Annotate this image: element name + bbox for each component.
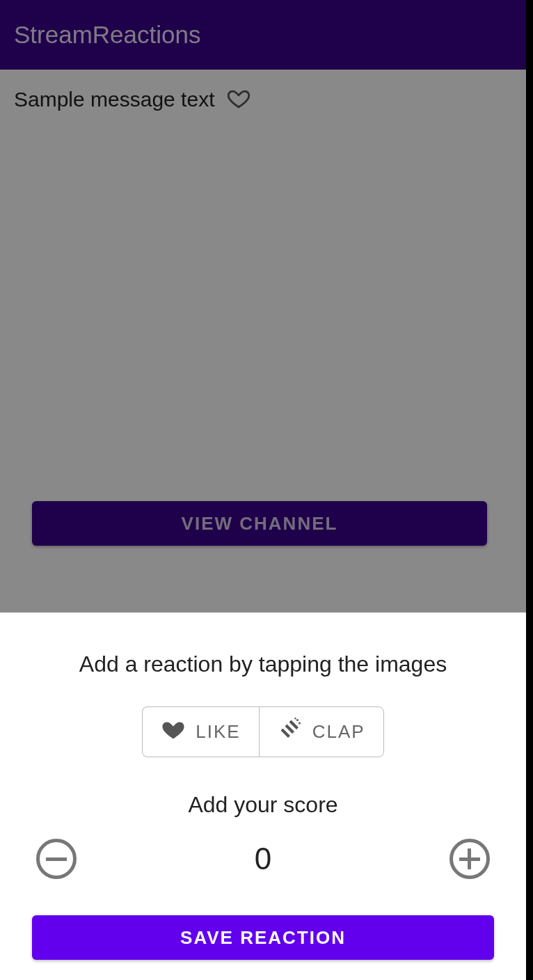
- bottom-sheet: Add a reaction by tapping the images LIK…: [0, 612, 526, 980]
- main-content: Sample message text: [0, 70, 526, 113]
- like-toggle-button[interactable]: LIKE: [142, 706, 258, 757]
- reaction-toggle-group: LIKE CLAP: [32, 706, 494, 757]
- score-label: Add your score: [32, 792, 494, 818]
- message-row: Sample message text: [14, 86, 512, 113]
- score-value: 0: [255, 841, 271, 876]
- clap-icon: [278, 717, 303, 747]
- heart-icon: [161, 717, 186, 747]
- minus-button[interactable]: [36, 839, 77, 879]
- screen: StreamReactions Sample message text VIEW…: [0, 0, 526, 980]
- svg-point-0: [296, 719, 299, 721]
- save-reaction-button[interactable]: SAVE REACTION: [32, 915, 494, 960]
- like-label: LIKE: [196, 721, 240, 743]
- right-edge-bar: [526, 0, 533, 980]
- plus-button[interactable]: [450, 839, 490, 879]
- message-text: Sample message text: [14, 88, 214, 111]
- svg-point-1: [299, 722, 301, 725]
- minus-icon: [46, 858, 67, 861]
- clap-toggle-button[interactable]: CLAP: [259, 706, 384, 757]
- score-row: 0: [32, 839, 494, 879]
- svg-point-2: [294, 718, 296, 719]
- plus-icon-v: [468, 848, 471, 869]
- app-title: StreamReactions: [14, 21, 200, 49]
- sheet-instruction: Add a reaction by tapping the images: [32, 651, 494, 677]
- view-channel-button[interactable]: VIEW CHANNEL: [32, 501, 487, 546]
- clap-label: CLAP: [312, 721, 365, 743]
- app-header: StreamReactions: [0, 0, 526, 70]
- heart-outline-icon[interactable]: [227, 86, 250, 113]
